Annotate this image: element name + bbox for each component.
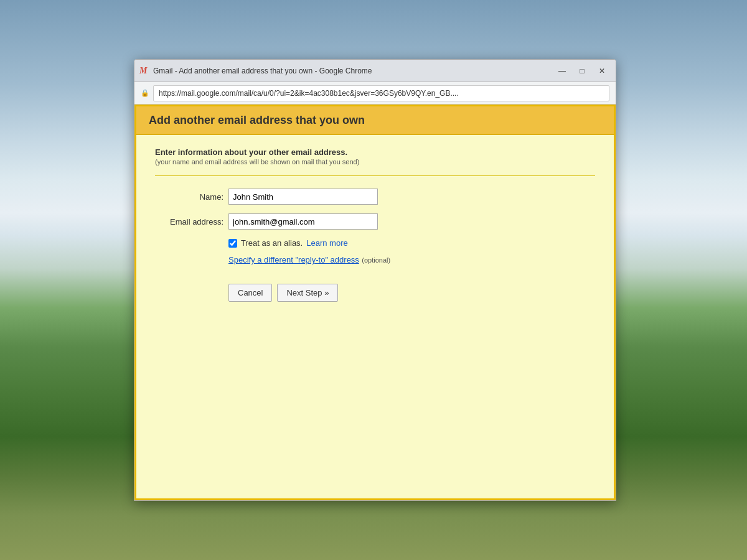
dialog-title: Add another email address that you own <box>149 114 601 127</box>
close-button[interactable]: ✕ <box>593 64 611 78</box>
name-row: Name: <box>155 189 595 205</box>
email-input[interactable] <box>228 213 378 230</box>
url-input[interactable]: https://mail.google.com/mail/ca/u/0/?ui=… <box>153 85 609 101</box>
reply-to-row: Specify a different "reply-to" address (… <box>228 254 595 265</box>
chrome-window: M Gmail - Add another email address that… <box>134 59 616 501</box>
next-step-button[interactable]: Next Step » <box>277 284 338 302</box>
email-label: Email address: <box>155 217 223 226</box>
dialog-body: Enter information about your other email… <box>136 135 614 498</box>
lock-icon: 🔒 <box>141 89 149 97</box>
alias-checkbox[interactable] <box>228 239 237 248</box>
reply-to-link[interactable]: Specify a different "reply-to" address <box>228 255 359 264</box>
name-input[interactable] <box>228 189 378 205</box>
window-title: Gmail - Add another email address that y… <box>153 67 372 75</box>
optional-label: (optional) <box>362 256 390 264</box>
window-controls: — □ ✕ <box>553 64 611 78</box>
email-row: Email address: <box>155 213 595 230</box>
section-divider <box>155 175 595 176</box>
address-bar: 🔒 https://mail.google.com/mail/ca/u/0/?u… <box>134 82 616 105</box>
cancel-button[interactable]: Cancel <box>228 284 272 302</box>
info-text: Enter information about your other email… <box>155 147 595 157</box>
learn-more-link[interactable]: Learn more <box>306 238 347 248</box>
name-label: Name: <box>155 192 223 202</box>
info-subtext: (your name and email address will be sho… <box>155 158 595 166</box>
maximize-button[interactable]: □ <box>573 64 591 78</box>
minimize-button[interactable]: — <box>553 64 571 78</box>
gmail-favicon: M <box>139 66 149 76</box>
alias-row: Treat as an alias. Learn more <box>228 238 595 248</box>
dialog-container: Add another email address that you own E… <box>134 105 616 500</box>
url-text: https://mail.google.com/mail/ca/u/0/?ui=… <box>159 89 459 98</box>
button-row: Cancel Next Step » <box>228 284 595 302</box>
title-bar: M Gmail - Add another email address that… <box>134 60 616 82</box>
dialog-header: Add another email address that you own <box>136 106 614 135</box>
alias-label: Treat as an alias. <box>241 238 303 248</box>
window-title-area: M Gmail - Add another email address that… <box>139 66 553 76</box>
